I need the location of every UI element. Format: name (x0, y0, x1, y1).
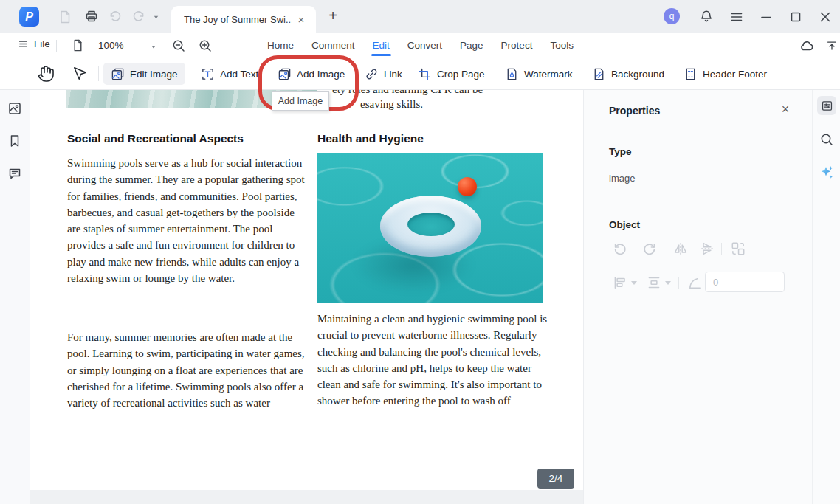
add-image-tooltip: Add Image (272, 91, 329, 111)
align-caret-icon[interactable] (631, 281, 637, 285)
bookmarks-icon[interactable] (7, 134, 22, 148)
tab-protect[interactable]: Protect (501, 40, 533, 51)
distribute-caret-icon[interactable] (665, 281, 671, 285)
tab-comment[interactable]: Comment (311, 40, 355, 51)
left-sidebar (0, 90, 30, 504)
select-tool-icon[interactable] (72, 66, 89, 82)
zoom-caret-icon[interactable] (150, 44, 157, 51)
file-menu-icon (18, 38, 29, 49)
properties-title: Properties (609, 105, 660, 117)
replace-image-icon[interactable] (730, 241, 746, 257)
save-icon[interactable] (58, 10, 72, 24)
print-icon[interactable] (84, 9, 99, 24)
pdf-page[interactable]: ety rules and learning CPR can be esavin… (30, 90, 583, 490)
right-column-heading[interactable]: Health and Hygiene (317, 132, 424, 145)
properties-panel-button[interactable] (817, 96, 836, 115)
rotate-left-icon[interactable] (612, 241, 628, 257)
flip-vertical-icon[interactable] (699, 241, 715, 257)
link-icon (365, 67, 379, 81)
edit-image-label: Edit Image (130, 69, 178, 80)
window-close-icon[interactable] (818, 10, 833, 24)
right-paragraph[interactable]: Maintaining a clean and hygienic swimmin… (317, 311, 549, 410)
add-image-icon (278, 67, 292, 81)
clipped-text-line[interactable]: esaving skills. (360, 98, 423, 111)
crop-page-label: Crop Page (437, 69, 485, 80)
background-icon (592, 67, 606, 81)
search-icon[interactable] (819, 132, 834, 147)
rotation-input[interactable] (705, 272, 785, 292)
app-menu-icon[interactable] (729, 10, 744, 24)
tab-home[interactable]: Home (267, 40, 294, 51)
document-tab[interactable]: The Joy of Summer Swi... × (171, 6, 316, 33)
page-thumbnails-icon[interactable] (7, 101, 22, 116)
type-label: Type (609, 146, 632, 157)
ribbon-tabs: Home Comment Edit Convert Page Protect T… (267, 33, 574, 58)
header-footer-icon (684, 67, 698, 81)
titlebar: P The Joy of Summer Swi... × + q (0, 0, 840, 33)
properties-close-icon[interactable]: × (777, 101, 793, 117)
left-column-heading[interactable]: Social and Recreational Aspects (67, 132, 244, 145)
undo-history-caret-icon[interactable] (152, 13, 160, 21)
bell-icon[interactable] (699, 9, 714, 24)
zoom-in-icon[interactable] (198, 38, 213, 53)
rotate-right-icon[interactable] (641, 241, 658, 257)
tab-edit[interactable]: Edit (373, 40, 390, 51)
ai-assistant-icon[interactable] (818, 163, 836, 181)
tab-tools[interactable]: Tools (550, 40, 574, 51)
flip-horizontal-icon[interactable] (672, 241, 689, 257)
red-ball (458, 177, 477, 196)
edit-image-button[interactable]: Edit Image (103, 63, 185, 85)
left-paragraph-2[interactable]: For many, summer memories are often made… (67, 329, 305, 411)
object-separator (664, 243, 664, 255)
add-text-label: Add Text (220, 69, 258, 80)
add-image-button[interactable]: Add Image (270, 63, 352, 85)
distribute-icon[interactable] (646, 275, 662, 291)
minimize-icon[interactable] (759, 10, 774, 24)
clipped-text-line[interactable]: ety rules and learning CPR can be (332, 90, 483, 96)
avatar[interactable]: q (664, 8, 680, 24)
align-icon[interactable] (612, 275, 628, 291)
undo-icon[interactable] (108, 10, 123, 24)
properties-panel: Properties × Type image Object (583, 90, 812, 504)
tab-convert[interactable]: Convert (407, 40, 442, 51)
redo-icon[interactable] (131, 10, 146, 24)
file-menu[interactable]: File (18, 38, 50, 49)
document-area: ety rules and learning CPR can be esavin… (30, 90, 583, 504)
link-button[interactable]: Link (357, 63, 410, 85)
background-label: Background (611, 69, 664, 80)
object-separator (721, 243, 722, 255)
new-tab-button[interactable]: + (325, 7, 341, 24)
tab-close-icon[interactable]: × (295, 14, 307, 26)
left-paragraph-1[interactable]: Swimming pools serve as a hub for social… (67, 155, 305, 286)
crop-page-icon (418, 67, 432, 81)
zoom-out-icon[interactable] (171, 38, 186, 53)
menubar: File 100% Home Comment Edit Convert Page… (0, 33, 840, 58)
background-button[interactable]: Background (585, 63, 672, 85)
toolbar-separator (98, 66, 99, 81)
add-image-label: Add Image (297, 69, 345, 80)
maximize-icon[interactable] (788, 10, 803, 24)
comments-icon[interactable] (7, 166, 22, 181)
pdfelement-window: P The Joy of Summer Swi... × + q File 10… (0, 0, 840, 504)
crop-page-button[interactable]: Crop Page (410, 63, 492, 85)
hand-tool-icon[interactable] (37, 65, 55, 83)
header-footer-button[interactable]: Header Footer (676, 63, 774, 85)
page-indicator-badge: 2/4 (537, 469, 574, 489)
cloud-icon[interactable] (799, 38, 815, 54)
rotate-angle-icon[interactable] (687, 275, 703, 291)
link-label: Link (384, 69, 402, 80)
edit-toolbar: Edit Image Add Text Add Image Link Crop … (0, 58, 840, 90)
page-view-icon[interactable] (71, 38, 85, 52)
watermark-button[interactable]: Watermark (498, 63, 580, 85)
zoom-level-value[interactable]: 100% (98, 40, 124, 51)
edit-image-icon (111, 67, 125, 81)
tab-title: The Joy of Summer Swi... (184, 14, 292, 25)
object-label: Object (609, 219, 640, 230)
pool-ring-photo[interactable] (317, 153, 543, 303)
ring-hole (407, 213, 455, 236)
tab-page[interactable]: Page (460, 40, 483, 51)
file-menu-label: File (34, 38, 50, 49)
collapse-toolbar-icon[interactable] (825, 39, 839, 52)
watermark-icon (505, 67, 519, 81)
add-text-button[interactable]: Add Text (193, 63, 266, 85)
